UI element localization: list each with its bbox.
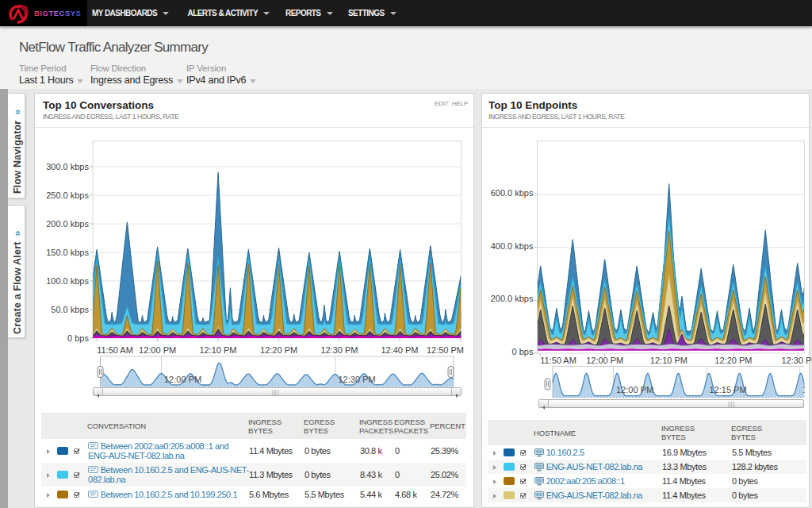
svg-text:600.0 kbps: 600.0 kbps [491,188,534,198]
svg-text:12:00 PM: 12:00 PM [586,356,623,365]
svg-text:12:40 PM: 12:40 PM [381,345,418,355]
svg-text:12:10 PM: 12:10 PM [199,345,236,355]
svg-text:12:00 PM: 12:00 PM [616,385,653,394]
svg-text:11:50 AM: 11:50 AM [540,356,576,365]
svg-text:12:20 PM: 12:20 PM [260,345,297,355]
svg-text:200.0 kbps: 200.0 kbps [491,294,534,303]
svg-text:50.0 kbps: 50.0 kbps [51,305,89,314]
svg-text:200.0 kbps: 200.0 kbps [46,219,89,229]
svg-text:250.0 kbps: 250.0 kbps [46,190,89,200]
svg-text:0 bps: 0 bps [512,347,534,356]
svg-text:12:30 PM: 12:30 PM [339,375,376,384]
svg-text:100.0 kbps: 100.0 kbps [46,276,89,286]
svg-text:12:50 PM: 12:50 PM [427,345,464,355]
svg-text:400.0 kbps: 400.0 kbps [491,241,534,251]
svg-text:12:10 PM: 12:10 PM [650,356,688,365]
svg-text:12:00 PM: 12:00 PM [139,345,176,355]
svg-text:12:00 PM: 12:00 PM [164,375,201,384]
svg-text:0 bps: 0 bps [67,333,89,343]
svg-text:BIGTECSYS: BIGTECSYS [34,9,81,17]
svg-text:11:50 AM: 11:50 AM [97,345,133,355]
svg-text:12:30 PM: 12:30 PM [781,356,812,365]
svg-text:12:20 PM: 12:20 PM [714,356,752,365]
svg-text:300.0 kbps: 300.0 kbps [46,162,89,171]
svg-text:12:15 PM: 12:15 PM [710,385,747,394]
svg-text:12:30 PM: 12:30 PM [802,385,812,394]
svg-text:150.0 kbps: 150.0 kbps [46,248,89,257]
svg-text:12:30 PM: 12:30 PM [320,345,358,355]
